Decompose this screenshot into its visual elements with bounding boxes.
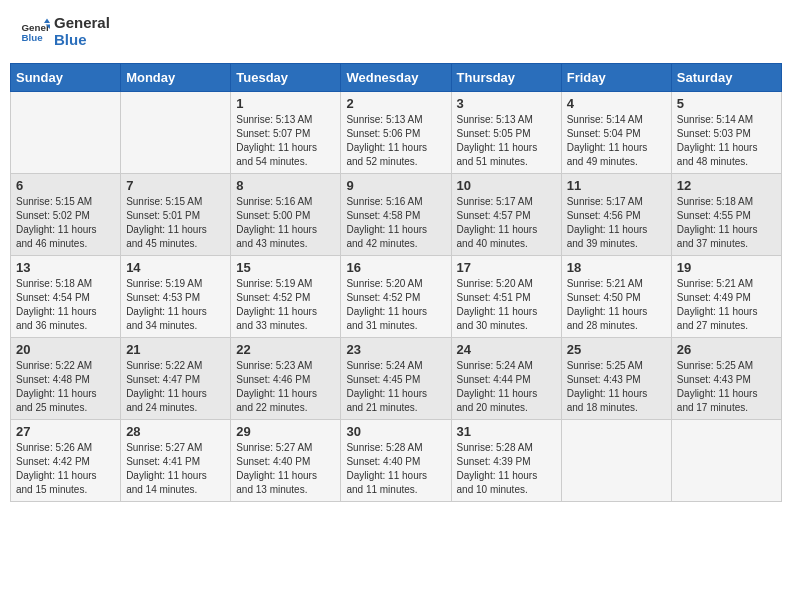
day-info: Sunrise: 5:18 AMSunset: 4:55 PMDaylight:… [677, 195, 776, 251]
day-number: 29 [236, 424, 335, 439]
day-number: 28 [126, 424, 225, 439]
day-info: Sunrise: 5:13 AMSunset: 5:05 PMDaylight:… [457, 113, 556, 169]
calendar-cell: 22Sunrise: 5:23 AMSunset: 4:46 PMDayligh… [231, 338, 341, 420]
day-info: Sunrise: 5:27 AMSunset: 4:41 PMDaylight:… [126, 441, 225, 497]
calendar-cell: 10Sunrise: 5:17 AMSunset: 4:57 PMDayligh… [451, 174, 561, 256]
header-monday: Monday [121, 64, 231, 92]
calendar-cell [121, 92, 231, 174]
calendar-cell: 8Sunrise: 5:16 AMSunset: 5:00 PMDaylight… [231, 174, 341, 256]
week-row-3: 20Sunrise: 5:22 AMSunset: 4:48 PMDayligh… [11, 338, 782, 420]
day-number: 16 [346, 260, 445, 275]
logo-icon: General Blue [20, 17, 50, 47]
calendar-cell: 6Sunrise: 5:15 AMSunset: 5:02 PMDaylight… [11, 174, 121, 256]
day-info: Sunrise: 5:19 AMSunset: 4:53 PMDaylight:… [126, 277, 225, 333]
day-info: Sunrise: 5:23 AMSunset: 4:46 PMDaylight:… [236, 359, 335, 415]
day-number: 14 [126, 260, 225, 275]
calendar-cell: 13Sunrise: 5:18 AMSunset: 4:54 PMDayligh… [11, 256, 121, 338]
calendar-cell: 2Sunrise: 5:13 AMSunset: 5:06 PMDaylight… [341, 92, 451, 174]
day-info: Sunrise: 5:13 AMSunset: 5:06 PMDaylight:… [346, 113, 445, 169]
calendar-cell: 9Sunrise: 5:16 AMSunset: 4:58 PMDaylight… [341, 174, 451, 256]
logo: General Blue General Blue [20, 15, 110, 48]
header-tuesday: Tuesday [231, 64, 341, 92]
day-info: Sunrise: 5:19 AMSunset: 4:52 PMDaylight:… [236, 277, 335, 333]
calendar-cell: 16Sunrise: 5:20 AMSunset: 4:52 PMDayligh… [341, 256, 451, 338]
day-number: 18 [567, 260, 666, 275]
day-info: Sunrise: 5:24 AMSunset: 4:45 PMDaylight:… [346, 359, 445, 415]
day-info: Sunrise: 5:13 AMSunset: 5:07 PMDaylight:… [236, 113, 335, 169]
day-number: 3 [457, 96, 556, 111]
header-wednesday: Wednesday [341, 64, 451, 92]
calendar-cell [561, 420, 671, 502]
day-number: 19 [677, 260, 776, 275]
day-info: Sunrise: 5:16 AMSunset: 5:00 PMDaylight:… [236, 195, 335, 251]
day-number: 27 [16, 424, 115, 439]
day-number: 9 [346, 178, 445, 193]
calendar-body: 1Sunrise: 5:13 AMSunset: 5:07 PMDaylight… [11, 92, 782, 502]
day-number: 11 [567, 178, 666, 193]
day-number: 30 [346, 424, 445, 439]
day-info: Sunrise: 5:20 AMSunset: 4:52 PMDaylight:… [346, 277, 445, 333]
calendar-cell: 1Sunrise: 5:13 AMSunset: 5:07 PMDaylight… [231, 92, 341, 174]
calendar-cell: 14Sunrise: 5:19 AMSunset: 4:53 PMDayligh… [121, 256, 231, 338]
calendar-cell: 4Sunrise: 5:14 AMSunset: 5:04 PMDaylight… [561, 92, 671, 174]
calendar-cell: 21Sunrise: 5:22 AMSunset: 4:47 PMDayligh… [121, 338, 231, 420]
calendar-cell: 23Sunrise: 5:24 AMSunset: 4:45 PMDayligh… [341, 338, 451, 420]
day-info: Sunrise: 5:17 AMSunset: 4:56 PMDaylight:… [567, 195, 666, 251]
calendar-cell: 27Sunrise: 5:26 AMSunset: 4:42 PMDayligh… [11, 420, 121, 502]
header-sunday: Sunday [11, 64, 121, 92]
header-row: SundayMondayTuesdayWednesdayThursdayFrid… [11, 64, 782, 92]
day-info: Sunrise: 5:25 AMSunset: 4:43 PMDaylight:… [567, 359, 666, 415]
logo-general-text: General [54, 15, 110, 32]
calendar-cell: 29Sunrise: 5:27 AMSunset: 4:40 PMDayligh… [231, 420, 341, 502]
calendar-cell: 15Sunrise: 5:19 AMSunset: 4:52 PMDayligh… [231, 256, 341, 338]
week-row-0: 1Sunrise: 5:13 AMSunset: 5:07 PMDaylight… [11, 92, 782, 174]
day-number: 20 [16, 342, 115, 357]
calendar-cell: 19Sunrise: 5:21 AMSunset: 4:49 PMDayligh… [671, 256, 781, 338]
day-number: 24 [457, 342, 556, 357]
day-number: 31 [457, 424, 556, 439]
day-info: Sunrise: 5:21 AMSunset: 4:50 PMDaylight:… [567, 277, 666, 333]
calendar-cell: 3Sunrise: 5:13 AMSunset: 5:05 PMDaylight… [451, 92, 561, 174]
calendar-cell: 17Sunrise: 5:20 AMSunset: 4:51 PMDayligh… [451, 256, 561, 338]
day-number: 12 [677, 178, 776, 193]
day-number: 13 [16, 260, 115, 275]
day-info: Sunrise: 5:26 AMSunset: 4:42 PMDaylight:… [16, 441, 115, 497]
day-info: Sunrise: 5:27 AMSunset: 4:40 PMDaylight:… [236, 441, 335, 497]
week-row-1: 6Sunrise: 5:15 AMSunset: 5:02 PMDaylight… [11, 174, 782, 256]
day-info: Sunrise: 5:21 AMSunset: 4:49 PMDaylight:… [677, 277, 776, 333]
day-info: Sunrise: 5:14 AMSunset: 5:04 PMDaylight:… [567, 113, 666, 169]
day-info: Sunrise: 5:18 AMSunset: 4:54 PMDaylight:… [16, 277, 115, 333]
calendar-cell: 5Sunrise: 5:14 AMSunset: 5:03 PMDaylight… [671, 92, 781, 174]
calendar-table: SundayMondayTuesdayWednesdayThursdayFrid… [10, 63, 782, 502]
calendar-cell [671, 420, 781, 502]
calendar-cell: 7Sunrise: 5:15 AMSunset: 5:01 PMDaylight… [121, 174, 231, 256]
calendar-cell: 28Sunrise: 5:27 AMSunset: 4:41 PMDayligh… [121, 420, 231, 502]
day-number: 22 [236, 342, 335, 357]
calendar-cell: 20Sunrise: 5:22 AMSunset: 4:48 PMDayligh… [11, 338, 121, 420]
week-row-2: 13Sunrise: 5:18 AMSunset: 4:54 PMDayligh… [11, 256, 782, 338]
day-number: 23 [346, 342, 445, 357]
day-info: Sunrise: 5:14 AMSunset: 5:03 PMDaylight:… [677, 113, 776, 169]
header-saturday: Saturday [671, 64, 781, 92]
calendar-header: SundayMondayTuesdayWednesdayThursdayFrid… [11, 64, 782, 92]
calendar-cell: 26Sunrise: 5:25 AMSunset: 4:43 PMDayligh… [671, 338, 781, 420]
day-info: Sunrise: 5:15 AMSunset: 5:01 PMDaylight:… [126, 195, 225, 251]
calendar-cell: 11Sunrise: 5:17 AMSunset: 4:56 PMDayligh… [561, 174, 671, 256]
day-number: 1 [236, 96, 335, 111]
day-number: 21 [126, 342, 225, 357]
week-row-4: 27Sunrise: 5:26 AMSunset: 4:42 PMDayligh… [11, 420, 782, 502]
day-info: Sunrise: 5:28 AMSunset: 4:40 PMDaylight:… [346, 441, 445, 497]
day-number: 10 [457, 178, 556, 193]
svg-marker-2 [44, 18, 50, 23]
day-info: Sunrise: 5:22 AMSunset: 4:48 PMDaylight:… [16, 359, 115, 415]
calendar-cell: 18Sunrise: 5:21 AMSunset: 4:50 PMDayligh… [561, 256, 671, 338]
calendar-cell: 24Sunrise: 5:24 AMSunset: 4:44 PMDayligh… [451, 338, 561, 420]
day-info: Sunrise: 5:28 AMSunset: 4:39 PMDaylight:… [457, 441, 556, 497]
calendar-cell: 12Sunrise: 5:18 AMSunset: 4:55 PMDayligh… [671, 174, 781, 256]
day-number: 2 [346, 96, 445, 111]
day-number: 25 [567, 342, 666, 357]
logo-blue-text: Blue [54, 32, 110, 49]
day-number: 26 [677, 342, 776, 357]
day-number: 17 [457, 260, 556, 275]
svg-text:Blue: Blue [22, 32, 44, 43]
